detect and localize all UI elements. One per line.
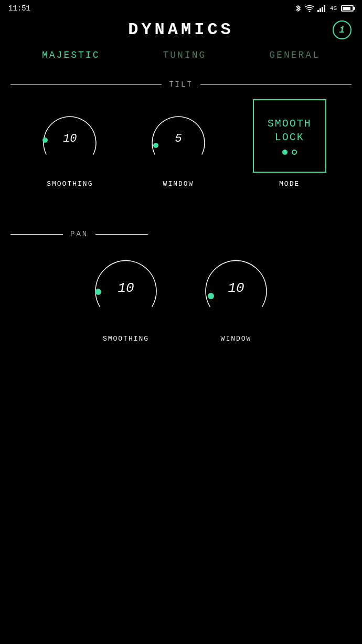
- pan-section-header: PAN: [10, 230, 352, 238]
- svg-rect-4: [324, 5, 325, 12]
- tilt-smoothing-control: 10 SMOOTHING: [36, 104, 104, 188]
- tilt-mode-label: MODE: [279, 180, 300, 188]
- mode-dot-1: [282, 150, 288, 155]
- bluetooth-icon: [294, 4, 302, 13]
- svg-rect-1: [317, 10, 319, 12]
- pan-controls: 10 SMOOTHING 10 WINDOW: [10, 249, 352, 353]
- pan-section-label: PAN: [63, 230, 95, 238]
- tab-bar: MAJESTIC TUNING GENERAL: [0, 43, 362, 70]
- tilt-mode-dots: [282, 150, 297, 155]
- network-label: 4G: [330, 5, 337, 12]
- svg-point-7: [95, 289, 101, 295]
- pan-window-label: WINDOW: [221, 335, 252, 343]
- pan-smoothing-value: 10: [118, 280, 134, 296]
- tilt-smoothing-value: 10: [63, 132, 77, 145]
- tilt-header-line-right: [200, 85, 352, 85]
- pan-window-control: 10 WINDOW: [197, 249, 275, 343]
- tilt-controls: 10 SMOOTHING 5 WINDOW SMOOTH LOCK: [10, 99, 352, 198]
- pan-window-value: 10: [228, 280, 244, 296]
- info-button[interactable]: i: [333, 20, 352, 39]
- status-icons: 4G: [294, 4, 354, 13]
- battery-icon: [341, 5, 354, 12]
- app-header: DYNAMICS i: [0, 15, 362, 43]
- tilt-window-label: WINDOW: [163, 180, 194, 188]
- pan-header-line-right: [95, 234, 148, 235]
- signal-icon: [317, 5, 327, 12]
- pan-smoothing-control: 10 SMOOTHING: [87, 249, 165, 343]
- status-bar: 11:51 4G: [0, 0, 362, 15]
- tilt-window-knob[interactable]: 5: [144, 104, 212, 173]
- tilt-window-value: 5: [175, 132, 182, 145]
- mode-dot-2: [292, 150, 297, 155]
- tab-general[interactable]: GENERAL: [265, 48, 324, 62]
- tab-tuning[interactable]: TUNING: [158, 48, 210, 62]
- pan-section: PAN 10 SMOOTHING 10 WINDO: [0, 219, 362, 358]
- tilt-mode-box[interactable]: SMOOTH LOCK: [253, 99, 326, 173]
- wifi-icon: [305, 5, 314, 12]
- svg-point-8: [208, 293, 214, 299]
- tilt-section-label: TILT: [162, 80, 200, 89]
- svg-point-0: [308, 11, 310, 13]
- tilt-smoothing-label: SMOOTHING: [47, 180, 93, 188]
- tilt-mode-control: SMOOTH LOCK MODE: [253, 99, 326, 188]
- pan-smoothing-knob[interactable]: 10: [87, 249, 165, 328]
- svg-point-5: [42, 138, 48, 143]
- tilt-section-header: TILT: [10, 80, 352, 89]
- pan-smoothing-label: SMOOTHING: [103, 335, 149, 343]
- svg-rect-3: [322, 7, 323, 12]
- tab-majestic[interactable]: MAJESTIC: [38, 48, 104, 62]
- pan-header-line-left: [10, 234, 63, 235]
- tilt-header-line-left: [10, 85, 162, 85]
- pan-window-knob[interactable]: 10: [197, 249, 275, 328]
- svg-rect-2: [320, 8, 321, 12]
- svg-point-6: [153, 143, 158, 148]
- tilt-mode-text: SMOOTH LOCK: [268, 117, 312, 144]
- page-title: DYNAMICS: [128, 20, 234, 39]
- tilt-section: TILT 10 SMOOTHING: [0, 70, 362, 204]
- tilt-window-control: 5 WINDOW: [144, 104, 212, 188]
- time-display: 11:51: [8, 4, 30, 13]
- tilt-smoothing-knob[interactable]: 10: [36, 104, 104, 173]
